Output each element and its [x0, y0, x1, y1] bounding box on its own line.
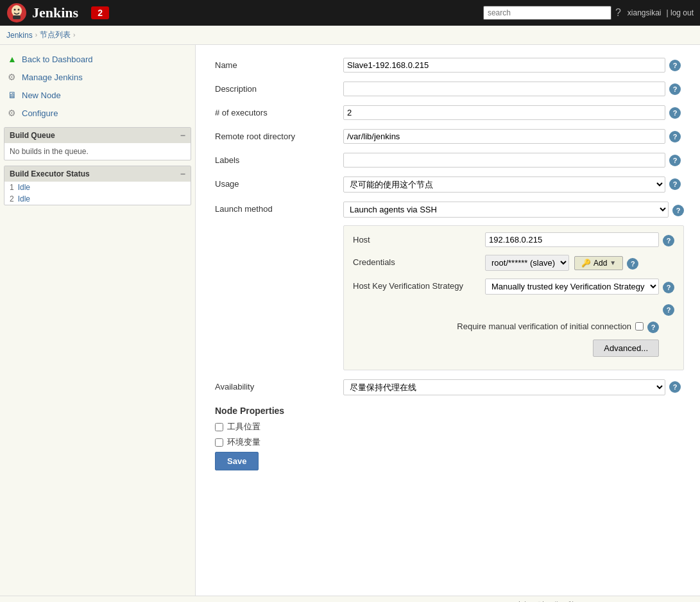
- add-btn-label: Add: [593, 259, 607, 268]
- remote-root-input[interactable]: [343, 129, 665, 144]
- availability-select[interactable]: 尽量保持代理在线: [343, 379, 665, 395]
- notification-badge[interactable]: 2: [91, 6, 109, 19]
- name-label: Name: [215, 58, 343, 70]
- form-row-executors: # of executors ?: [215, 105, 681, 120]
- hostkey-select[interactable]: Manually trusted key Verification Strate…: [485, 279, 659, 295]
- build-executor-collapse[interactable]: −: [180, 169, 185, 179]
- form-row-remote-root: Remote root directory ?: [215, 129, 681, 144]
- require-verification-row: Require manual verification of initial c…: [353, 320, 674, 333]
- user-area: xiangsikai | log out: [627, 8, 694, 17]
- search-input[interactable]: [483, 6, 611, 20]
- build-queue-empty: No builds in the queue.: [10, 147, 89, 156]
- jenkins-logo-text: Jenkins: [32, 4, 78, 21]
- ssh-row-hostkey: Host Key Verification Strategy Manually …: [353, 279, 674, 295]
- header-help-icon[interactable]: ?: [615, 7, 621, 19]
- svg-point-2: [14, 9, 16, 11]
- executor-status-2: Idle: [18, 194, 30, 203]
- require-verification-checkbox[interactable]: [635, 322, 644, 331]
- build-queue-collapse[interactable]: −: [180, 130, 185, 141]
- ssh-cred-help-btn[interactable]: ?: [627, 258, 638, 270]
- advanced-btn-row: Advanced...: [353, 340, 674, 363]
- executor-num-1: 1: [10, 183, 14, 192]
- add-credential-btn[interactable]: 🔑 Add ▼: [574, 256, 623, 270]
- build-queue-title: Build Queue: [10, 131, 55, 140]
- form-row-launch: Launch method Launch agents via SSH ? Ho…: [215, 202, 681, 370]
- sidebar-item-configure[interactable]: ⚙ Configure: [0, 104, 195, 122]
- build-queue-content: No builds in the queue.: [4, 143, 191, 160]
- description-input[interactable]: [343, 82, 665, 96]
- usage-select[interactable]: 尽可能的使用这个节点: [343, 176, 665, 193]
- ssh-row-host: Host ?: [353, 232, 674, 247]
- ssh-row-credentials: Credentials root/****** (slave) 🔑 Add ▼: [353, 255, 674, 271]
- executor-num-2: 2: [10, 194, 14, 203]
- search-area: ?: [483, 6, 621, 20]
- key-icon: 🔑: [581, 259, 591, 268]
- labels-input[interactable]: [343, 153, 665, 168]
- executors-help-btn[interactable]: ?: [669, 107, 681, 119]
- ssh-host-help-btn[interactable]: ?: [663, 235, 674, 246]
- executors-input[interactable]: [343, 105, 665, 120]
- executor-status-1: Idle: [18, 183, 30, 192]
- availability-label: Availability: [215, 379, 343, 391]
- logout-link[interactable]: | log out: [667, 8, 694, 17]
- sidebar-label-back: Back to Dashboard: [22, 55, 93, 64]
- description-help-btn[interactable]: ?: [669, 83, 681, 95]
- executors-control: ?: [343, 105, 681, 120]
- breadcrumb-nodelist[interactable]: 节点列表: [40, 30, 71, 40]
- description-label: Description: [215, 82, 343, 94]
- save-button[interactable]: Save: [215, 452, 259, 470]
- usage-label: Usage: [215, 176, 343, 189]
- gear-icon-configure: ⚙: [8, 108, 18, 118]
- env-vars-row: 环境变量: [215, 436, 681, 448]
- availability-help-btn[interactable]: ?: [669, 381, 681, 393]
- sidebar-label-manage: Manage Jenkins: [22, 73, 83, 82]
- remote-root-help-btn[interactable]: ?: [669, 131, 681, 142]
- env-vars-checkbox[interactable]: [215, 438, 223, 447]
- remote-root-control: ?: [343, 129, 681, 144]
- extra-help-btn[interactable]: ?: [663, 304, 674, 316]
- form-row-labels: Labels ?: [215, 153, 681, 168]
- launch-select[interactable]: Launch agents via SSH: [343, 202, 669, 218]
- executors-label: # of executors: [215, 105, 343, 117]
- add-btn-dropdown-icon: ▼: [610, 259, 616, 266]
- header: Jenkins 2 ? xiangsikai | log out: [0, 0, 700, 26]
- hostkey-help-btn[interactable]: ?: [663, 282, 674, 293]
- usage-help-btn[interactable]: ?: [669, 178, 681, 190]
- sidebar-item-manage-jenkins[interactable]: ⚙ Manage Jenkins: [0, 68, 195, 86]
- advanced-btn[interactable]: Advanced...: [593, 340, 659, 357]
- form-row-name: Name ?: [215, 58, 681, 73]
- tool-location-checkbox[interactable]: [215, 423, 223, 431]
- name-input[interactable]: [343, 58, 665, 73]
- svg-rect-4: [13, 15, 21, 19]
- main-layout: ▲ Back to Dashboard ⚙ Manage Jenkins 🖥 N…: [0, 45, 700, 596]
- sidebar-item-new-node[interactable]: 🖥 New Node: [0, 86, 195, 104]
- description-control: ?: [343, 82, 681, 96]
- ssh-cred-label: Credentials: [353, 255, 481, 267]
- ssh-host-label: Host: [353, 232, 481, 245]
- require-help-btn[interactable]: ?: [647, 322, 659, 333]
- ssh-host-input[interactable]: [485, 232, 659, 247]
- labels-control: ?: [343, 153, 681, 168]
- build-executor-header: Build Executor Status −: [4, 166, 191, 182]
- credentials-select[interactable]: root/****** (slave): [485, 255, 569, 271]
- labels-help-btn[interactable]: ?: [669, 155, 681, 166]
- require-verification-label: Require manual verification of initial c…: [457, 322, 631, 331]
- build-queue-header: Build Queue −: [4, 128, 191, 143]
- node-properties-section: Node Properties 工具位置 环境变量 Save: [215, 406, 681, 470]
- node-properties-title: Node Properties: [215, 406, 681, 416]
- breadcrumb-jenkins[interactable]: Jenkins: [6, 31, 33, 40]
- form-row-usage: Usage 尽可能的使用这个节点 ?: [215, 176, 681, 193]
- username-label: xiangsikai: [627, 8, 662, 17]
- ssh-cred-control: root/****** (slave) 🔑 Add ▼ ?: [485, 255, 674, 271]
- launch-control: Launch agents via SSH ? Host ?: [343, 202, 684, 370]
- footer: Page generated: 2020-1-29 上午11时05分26秒 RE…: [0, 596, 700, 602]
- content: Name ? Description ? # of executors ? Re…: [196, 45, 700, 596]
- jenkins-logo-icon: [6, 3, 27, 23]
- usage-control: 尽可能的使用这个节点 ?: [343, 176, 681, 193]
- arrow-up-icon: ▲: [8, 54, 18, 64]
- name-control: ?: [343, 58, 681, 73]
- tool-location-row: 工具位置: [215, 421, 681, 433]
- sidebar-item-back-to-dashboard[interactable]: ▲ Back to Dashboard: [0, 50, 195, 68]
- name-help-btn[interactable]: ?: [669, 60, 681, 71]
- launch-help-btn[interactable]: ?: [672, 205, 684, 216]
